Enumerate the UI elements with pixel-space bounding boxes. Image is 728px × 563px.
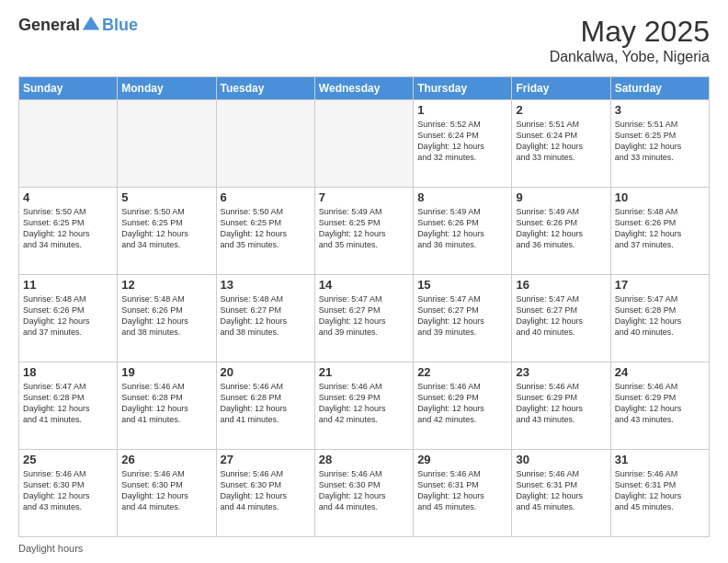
day-number: 1 — [417, 103, 507, 117]
day-number: 21 — [319, 365, 409, 379]
title-block: May 2025 Dankalwa, Yobe, Nigeria — [550, 15, 710, 65]
logo: General Blue — [18, 15, 138, 35]
calendar-day: 6Sunrise: 5:50 AMSunset: 6:25 PMDaylight… — [216, 188, 314, 275]
calendar-header-thursday: Thursday — [414, 77, 512, 100]
day-info: Sunrise: 5:46 AMSunset: 6:30 PMDaylight:… — [121, 468, 211, 513]
day-info: Sunrise: 5:50 AMSunset: 6:25 PMDaylight:… — [221, 206, 311, 251]
day-info: Sunrise: 5:46 AMSunset: 6:29 PMDaylight:… — [319, 381, 409, 426]
day-number: 26 — [121, 453, 211, 466]
day-number: 9 — [516, 190, 606, 204]
calendar-day: 15Sunrise: 5:47 AMSunset: 6:27 PMDayligh… — [414, 275, 512, 362]
calendar-day — [314, 100, 413, 188]
calendar-day: 11Sunrise: 5:48 AMSunset: 6:26 PMDayligh… — [19, 275, 118, 362]
day-number: 16 — [516, 278, 606, 292]
calendar-week-row: 18Sunrise: 5:47 AMSunset: 6:28 PMDayligh… — [19, 362, 710, 450]
calendar-day: 29Sunrise: 5:46 AMSunset: 6:31 PMDayligh… — [414, 450, 512, 537]
calendar-header-row: SundayMondayTuesdayWednesdayThursdayFrid… — [19, 77, 710, 100]
day-info: Sunrise: 5:46 AMSunset: 6:29 PMDaylight:… — [516, 381, 606, 426]
calendar-day: 25Sunrise: 5:46 AMSunset: 6:30 PMDayligh… — [19, 450, 118, 537]
day-number: 17 — [615, 278, 705, 292]
month-title: May 2025 — [550, 15, 710, 49]
calendar-day: 4Sunrise: 5:50 AMSunset: 6:25 PMDaylight… — [19, 188, 118, 275]
calendar-day: 26Sunrise: 5:46 AMSunset: 6:30 PMDayligh… — [118, 450, 216, 537]
day-number: 6 — [221, 190, 311, 204]
location-title: Dankalwa, Yobe, Nigeria — [550, 49, 710, 65]
day-info: Sunrise: 5:46 AMSunset: 6:31 PMDaylight:… — [516, 468, 606, 513]
day-number: 19 — [121, 365, 211, 379]
page: General Blue May 2025 Dankalwa, Yobe, Ni… — [0, 0, 728, 563]
calendar-day — [19, 100, 118, 188]
day-number: 3 — [615, 103, 705, 117]
day-info: Sunrise: 5:47 AMSunset: 6:27 PMDaylight:… — [417, 293, 507, 339]
day-number: 27 — [221, 453, 311, 466]
calendar-day: 20Sunrise: 5:46 AMSunset: 6:28 PMDayligh… — [216, 362, 314, 450]
day-number: 11 — [23, 278, 113, 292]
day-number: 8 — [417, 190, 507, 204]
day-number: 13 — [221, 278, 311, 292]
calendar-day: 7Sunrise: 5:49 AMSunset: 6:25 PMDaylight… — [314, 188, 413, 275]
day-info: Sunrise: 5:49 AMSunset: 6:25 PMDaylight:… — [319, 206, 409, 251]
day-number: 30 — [516, 453, 606, 466]
calendar-day: 1Sunrise: 5:52 AMSunset: 6:24 PMDaylight… — [414, 100, 512, 188]
day-info: Sunrise: 5:46 AMSunset: 6:30 PMDaylight:… — [23, 468, 113, 513]
day-info: Sunrise: 5:48 AMSunset: 6:26 PMDaylight:… — [23, 293, 113, 339]
day-info: Sunrise: 5:47 AMSunset: 6:28 PMDaylight:… — [23, 381, 113, 426]
day-info: Sunrise: 5:51 AMSunset: 6:24 PMDaylight:… — [516, 119, 606, 164]
day-number: 2 — [516, 103, 606, 117]
calendar-day: 12Sunrise: 5:48 AMSunset: 6:26 PMDayligh… — [118, 275, 216, 362]
calendar-day: 21Sunrise: 5:46 AMSunset: 6:29 PMDayligh… — [314, 362, 413, 450]
calendar-day: 13Sunrise: 5:48 AMSunset: 6:27 PMDayligh… — [216, 275, 314, 362]
day-number: 20 — [221, 365, 311, 379]
day-info: Sunrise: 5:46 AMSunset: 6:29 PMDaylight:… — [615, 381, 705, 426]
day-number: 28 — [319, 453, 409, 466]
logo-text: General Blue — [18, 15, 138, 35]
calendar-day: 19Sunrise: 5:46 AMSunset: 6:28 PMDayligh… — [118, 362, 216, 450]
calendar-header-monday: Monday — [118, 77, 216, 100]
day-info: Sunrise: 5:46 AMSunset: 6:31 PMDaylight:… — [417, 468, 507, 513]
footer: Daylight hours — [18, 543, 710, 554]
day-number: 18 — [23, 365, 113, 379]
calendar-day — [118, 100, 216, 188]
calendar-day: 10Sunrise: 5:48 AMSunset: 6:26 PMDayligh… — [610, 188, 709, 275]
calendar-day: 31Sunrise: 5:46 AMSunset: 6:31 PMDayligh… — [610, 450, 709, 537]
logo-blue: Blue — [102, 16, 138, 35]
day-number: 14 — [319, 278, 409, 292]
calendar-week-row: 1Sunrise: 5:52 AMSunset: 6:24 PMDaylight… — [19, 100, 710, 188]
day-info: Sunrise: 5:46 AMSunset: 6:29 PMDaylight:… — [417, 381, 507, 426]
day-info: Sunrise: 5:47 AMSunset: 6:27 PMDaylight:… — [516, 293, 606, 339]
logo-general: General — [18, 16, 80, 35]
day-number: 12 — [121, 278, 211, 292]
calendar-day: 5Sunrise: 5:50 AMSunset: 6:25 PMDaylight… — [118, 188, 216, 275]
day-info: Sunrise: 5:49 AMSunset: 6:26 PMDaylight:… — [516, 206, 606, 251]
day-number: 25 — [23, 453, 113, 466]
day-info: Sunrise: 5:49 AMSunset: 6:26 PMDaylight:… — [417, 206, 507, 251]
calendar-day: 3Sunrise: 5:51 AMSunset: 6:25 PMDaylight… — [610, 100, 709, 188]
day-number: 22 — [417, 365, 507, 379]
calendar-header-friday: Friday — [512, 77, 610, 100]
header: General Blue May 2025 Dankalwa, Yobe, Ni… — [18, 15, 710, 65]
calendar-day: 16Sunrise: 5:47 AMSunset: 6:27 PMDayligh… — [512, 275, 610, 362]
day-number: 10 — [615, 190, 705, 204]
day-number: 31 — [615, 453, 705, 466]
day-info: Sunrise: 5:46 AMSunset: 6:30 PMDaylight:… — [221, 468, 311, 513]
calendar-week-row: 25Sunrise: 5:46 AMSunset: 6:30 PMDayligh… — [19, 450, 710, 537]
calendar-day: 14Sunrise: 5:47 AMSunset: 6:27 PMDayligh… — [314, 275, 413, 362]
day-info: Sunrise: 5:50 AMSunset: 6:25 PMDaylight:… — [121, 206, 211, 251]
calendar-table: SundayMondayTuesdayWednesdayThursdayFrid… — [18, 76, 710, 537]
day-number: 15 — [417, 278, 507, 292]
day-info: Sunrise: 5:47 AMSunset: 6:28 PMDaylight:… — [615, 293, 705, 339]
day-number: 5 — [121, 190, 211, 204]
logo-icon — [81, 15, 101, 35]
calendar-day: 18Sunrise: 5:47 AMSunset: 6:28 PMDayligh… — [19, 362, 118, 450]
day-info: Sunrise: 5:48 AMSunset: 6:27 PMDaylight:… — [221, 293, 311, 339]
day-info: Sunrise: 5:52 AMSunset: 6:24 PMDaylight:… — [417, 119, 507, 164]
day-info: Sunrise: 5:46 AMSunset: 6:30 PMDaylight:… — [319, 468, 409, 513]
day-info: Sunrise: 5:46 AMSunset: 6:28 PMDaylight:… — [121, 381, 211, 426]
calendar-week-row: 4Sunrise: 5:50 AMSunset: 6:25 PMDaylight… — [19, 188, 710, 275]
calendar-day: 22Sunrise: 5:46 AMSunset: 6:29 PMDayligh… — [414, 362, 512, 450]
calendar-day — [216, 100, 314, 188]
calendar-day: 9Sunrise: 5:49 AMSunset: 6:26 PMDaylight… — [512, 188, 610, 275]
day-info: Sunrise: 5:47 AMSunset: 6:27 PMDaylight:… — [319, 293, 409, 339]
day-info: Sunrise: 5:46 AMSunset: 6:28 PMDaylight:… — [221, 381, 311, 426]
calendar-day: 30Sunrise: 5:46 AMSunset: 6:31 PMDayligh… — [512, 450, 610, 537]
